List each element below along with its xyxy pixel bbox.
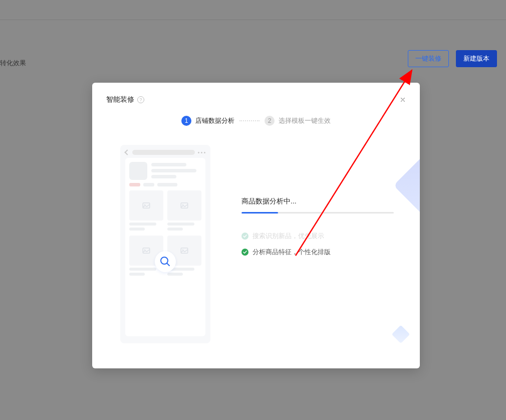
chevron-left-icon bbox=[124, 149, 130, 155]
image-icon bbox=[142, 201, 151, 210]
analysis-item-pending: 搜索识别新品，优先展示 bbox=[241, 232, 400, 241]
phone-mockup bbox=[120, 145, 210, 343]
step-number: 2 bbox=[265, 116, 275, 126]
close-icon bbox=[399, 96, 406, 103]
step-1: 1 店铺数据分析 bbox=[181, 116, 234, 126]
modal-title: 智能装修 bbox=[106, 95, 134, 104]
analysis-item-done: 分析商品特征，个性化排版 bbox=[241, 248, 400, 257]
step-divider bbox=[239, 120, 260, 121]
step-number: 1 bbox=[181, 116, 191, 126]
page-label: 转化效果 bbox=[0, 59, 26, 68]
svg-point-10 bbox=[241, 249, 248, 256]
step-indicator: 1 店铺数据分析 2 选择模板一键生效 bbox=[92, 116, 420, 126]
svg-point-9 bbox=[241, 233, 248, 240]
check-circle-icon bbox=[241, 233, 248, 240]
decorative-cube bbox=[390, 143, 420, 273]
image-icon bbox=[142, 246, 151, 255]
magnify-icon bbox=[155, 251, 176, 272]
new-version-button[interactable]: 新建版本 bbox=[456, 50, 497, 67]
help-icon[interactable]: ? bbox=[137, 96, 144, 103]
step-label: 店铺数据分析 bbox=[195, 116, 234, 125]
progress-bar bbox=[241, 212, 394, 214]
close-button[interactable] bbox=[398, 95, 408, 105]
step-label: 选择模板一键生效 bbox=[279, 116, 331, 125]
one-click-decorate-button[interactable]: 一键装修 bbox=[408, 50, 449, 67]
smart-decorate-modal: 智能装修 ? 1 店铺数据分析 2 选择模板一键生效 bbox=[92, 83, 420, 368]
step-2: 2 选择模板一键生效 bbox=[265, 116, 331, 126]
analysis-item-label: 分析商品特征，个性化排版 bbox=[252, 248, 331, 257]
analysis-title: 商品数据分析中... bbox=[241, 197, 400, 206]
check-circle-icon bbox=[241, 249, 248, 256]
image-icon bbox=[180, 201, 189, 210]
analysis-item-label: 搜索识别新品，优先展示 bbox=[252, 232, 324, 241]
image-icon bbox=[180, 246, 189, 255]
progress-fill bbox=[241, 212, 278, 214]
decorative-cube-small bbox=[392, 325, 410, 343]
